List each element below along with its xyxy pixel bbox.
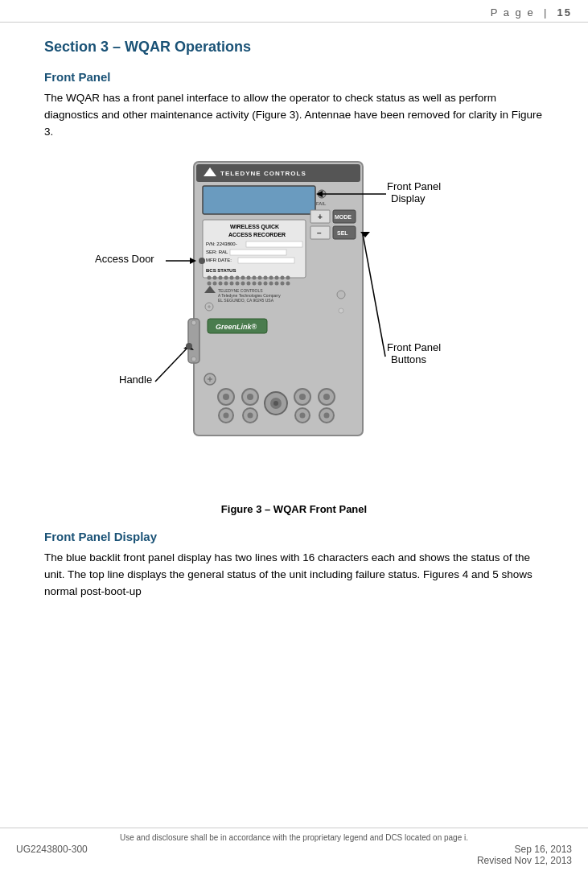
svg-point-34 [257,275,261,279]
svg-line-105 [155,347,188,382]
svg-point-38 [280,275,284,279]
svg-line-102 [363,234,385,357]
svg-point-65 [339,308,343,313]
svg-point-27 [218,275,222,279]
svg-point-39 [286,275,290,279]
svg-point-53 [280,281,284,285]
footer-dates: Sep 16, 2013 Revised Nov 12, 2013 [477,844,572,866]
svg-point-47 [246,281,250,285]
svg-point-51 [269,281,273,285]
svg-point-44 [229,281,233,285]
subsection2-title: Front Panel Display [44,530,544,543]
svg-text:Access Door: Access Door [95,253,154,265]
svg-point-79 [323,394,330,400]
figure-caption: Figure 3 – WQAR Front Panel [44,503,544,515]
svg-point-64 [337,291,345,299]
footer: Use and disclosure shall be in accordanc… [0,828,588,871]
svg-text:MFR DATE:: MFR DATE: [206,258,232,262]
svg-text:P/N: 2243800-: P/N: 2243800- [206,241,237,246]
svg-text:TELEDYNE CONTROLS: TELEDYNE CONTROLS [220,170,306,177]
svg-point-32 [246,275,250,279]
figure-svg: TELEDYNE CONTROLS FAIL + − MODE SEL WIRE… [69,146,520,484]
svg-text:WIRELESS QUICK: WIRELESS QUICK [230,224,279,230]
svg-point-28 [224,275,228,279]
svg-rect-19 [246,241,302,247]
footer-note: Use and disclosure shall be in accordanc… [16,833,572,842]
svg-point-68 [191,357,196,361]
svg-text:Front Panel: Front Panel [387,180,441,192]
svg-point-35 [263,275,267,279]
svg-point-54 [286,281,290,285]
svg-text:Front Panel: Front Panel [387,341,441,353]
subsection1-title: Front Panel [44,70,544,84]
svg-point-73 [223,394,229,400]
svg-point-26 [212,275,216,279]
svg-text:Display: Display [391,192,426,204]
svg-point-87 [323,412,329,418]
svg-point-81 [223,412,228,418]
svg-point-77 [299,394,306,400]
svg-point-85 [299,412,305,418]
svg-text:ACCESS RECORDER: ACCESS RECORDER [228,232,286,237]
svg-text:EL SEGUNDO, CA 90245 USA: EL SEGUNDO, CA 90245 USA [218,298,274,303]
svg-text:MODE: MODE [335,214,352,220]
svg-text:BCS STATUS: BCS STATUS [206,268,236,273]
section-title: Section 3 – WQAR Operations [44,39,544,56]
svg-point-43 [224,281,228,285]
svg-point-107 [186,343,192,349]
figure-container: TELEDYNE CONTROLS FAIL + − MODE SEL WIRE… [69,146,520,492]
page-header: P a g e | 15 [0,0,588,23]
svg-point-99 [199,258,205,264]
svg-point-83 [247,412,253,418]
svg-text:Buttons: Buttons [391,353,427,365]
svg-text:Handle: Handle [119,374,152,386]
svg-point-41 [212,281,216,285]
footer-doc-number: UG2243800-300 [16,844,88,866]
svg-point-49 [257,281,261,285]
svg-point-45 [235,281,239,285]
svg-text:+: + [318,213,323,221]
svg-point-75 [247,394,253,400]
svg-rect-21 [230,250,286,255]
svg-point-42 [218,281,222,285]
footer-date2: Revised Nov 12, 2013 [477,855,572,866]
svg-text:GreenLink®: GreenLink® [216,323,257,331]
svg-point-37 [274,275,278,279]
svg-point-25 [207,275,211,279]
svg-rect-23 [238,258,294,263]
footer-bottom: UG2243800-300 Sep 16, 2013 Revised Nov 1… [16,844,572,866]
svg-text:SEL: SEL [337,230,348,236]
subsection1-body: The WQAR has a front panel interface to … [44,90,544,141]
svg-point-67 [191,320,196,325]
page-number: P a g e | 15 [491,6,572,19]
svg-text:SER: RAL: SER: RAL [206,250,228,254]
svg-point-46 [241,281,245,285]
svg-text:FAIL: FAIL [316,201,327,206]
page-content: Section 3 – WQAR Operations Front Panel … [0,23,588,621]
svg-point-50 [263,281,267,285]
svg-point-36 [269,275,273,279]
svg-point-52 [274,281,278,285]
svg-point-31 [241,275,245,279]
svg-rect-4 [203,186,315,214]
subsection2-body: The blue backlit front panel display has… [44,550,544,601]
svg-point-30 [235,275,239,279]
svg-point-29 [229,275,233,279]
svg-point-40 [207,281,211,285]
svg-text:−: − [317,229,322,237]
svg-point-33 [252,275,256,279]
footer-date1: Sep 16, 2013 [477,844,572,855]
svg-point-90 [273,401,278,406]
svg-point-48 [252,281,256,285]
